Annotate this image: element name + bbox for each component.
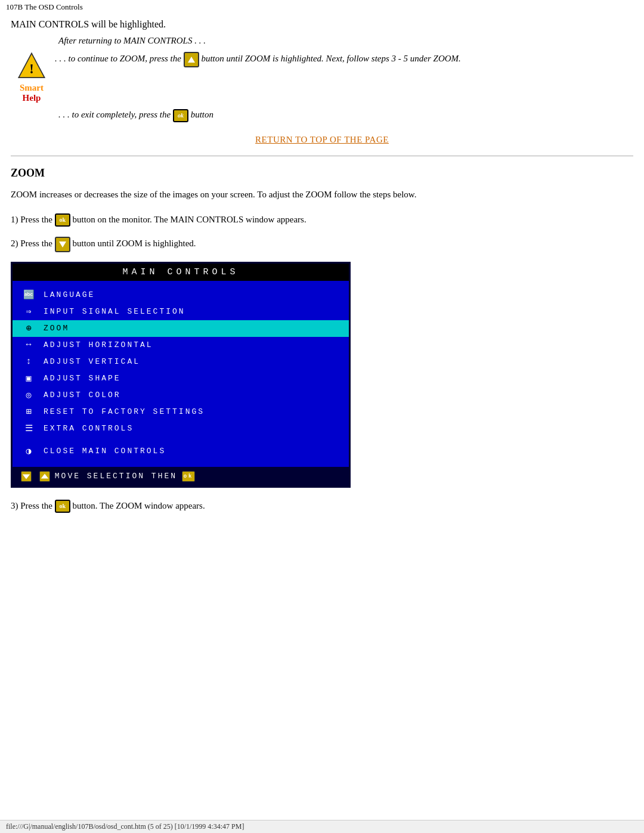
ok-button-inline-exit: ok [173,109,188,122]
step3-post: button. The ZOOM window appears. [73,501,205,510]
ok-button-step1: ok [55,213,70,227]
step3-pre: 3) Press the [11,501,52,510]
highlight-text: MAIN CONTROLS will be highlighted. [11,19,166,29]
return-link-container: RETURN TO TOP OF THE PAGE [11,134,633,145]
osd-ok-btn-bottom: ok [182,471,195,482]
continue-zoom-post: button until ZOOM is highlighted. Next, … [201,54,460,63]
exit-post: button [191,110,213,119]
osd-label-color: ADJUST COLOR [44,391,121,400]
osd-label-vert: ADJUST VERTICAL [44,357,140,366]
help-label: Help [23,93,41,103]
step2-pre: 2) Press the [11,239,52,248]
osd-label-extra: EXTRA CONTROLS [44,424,134,433]
ok-button-step3: ok [55,500,70,513]
warning-icon: ! [16,51,47,82]
osd-icon-close: ◑ [21,445,38,457]
osd-item-color: ◎ ADJUST COLOR [13,387,349,404]
page-content: MAIN CONTROLS will be highlighted. After… [0,14,644,527]
osd-icon-vert: ↕ [21,357,38,367]
smart-help-text-col: . . . to continue to ZOOM, press the but… [55,51,633,67]
osd-icon-extra: ☰ [21,423,38,434]
step-3: 3) Press the ok button. The ZOOM window … [11,498,633,513]
osd-menu: MAIN CONTROLS 🔤 LANGUAGE ⇒ INPUT SIGNAL … [11,262,351,488]
osd-icon-horiz: ↔ [21,340,38,350]
osd-item-extra: ☰ EXTRA CONTROLS [13,420,349,437]
step1-pre: 1) Press the [11,215,52,224]
continue-zoom-pre: . . . to continue to ZOOM, press the [55,54,184,63]
smart-label: Smart [20,83,44,93]
osd-icon-language: 🔤 [21,289,38,301]
svg-marker-5 [41,473,48,478]
osd-icon-shape: ▣ [21,373,38,384]
osd-title-bar: MAIN CONTROLS [13,264,349,281]
svg-marker-4 [23,474,30,479]
osd-icon-zoom: ⊕ [21,323,38,334]
osd-spacer-mid [13,437,349,443]
triangle-down-button [55,237,70,252]
osd-item-zoom: ⊕ ZOOM [13,320,349,337]
svg-text:!: ! [29,61,34,76]
osd-label-input: INPUT SIGNAL SELECTION [44,307,185,316]
osd-item-horiz: ↔ ADJUST HORIZONTAL [13,337,349,354]
osd-bottom-bar: MOVE SELECTION THEN ok [13,467,349,486]
osd-item-reset: ⊞ RESET TO FACTORY SETTINGS [13,404,349,420]
zoom-section: ZOOM ZOOM increases or decreases the siz… [11,167,633,513]
exit-line: . . . to exit completely, press the ok b… [58,109,633,122]
osd-label-language: LANGUAGE [44,290,95,299]
smart-help-block: ! Smart Help . . . to continue to ZOOM, … [11,51,633,103]
osd-icon-input: ⇒ [21,306,38,317]
osd-icon-reset: ⊞ [21,406,38,417]
section-divider [11,156,633,156]
svg-marker-3 [59,241,66,247]
smart-help-icon-col: ! Smart Help [11,51,52,103]
osd-label-reset: RESET TO FACTORY SETTINGS [44,407,205,416]
osd-item-close: ◑ CLOSE MAIN CONTROLS [13,443,349,460]
osd-icon-color: ◎ [21,389,38,401]
zoom-title: ZOOM [11,167,633,179]
osd-item-input: ⇒ INPUT SIGNAL SELECTION [13,304,349,320]
step-1: 1) Press the ok button on the monitor. T… [11,212,633,227]
svg-marker-2 [188,57,195,63]
zoom-description: ZOOM increases or decreases the size of … [11,188,633,202]
step1-post: button on the monitor. The MAIN CONTROLS… [73,215,306,224]
osd-bottom-icons-down [21,471,50,482]
footer-bar: file:///G|/manual/english/107B/osd/osd_c… [0,820,644,833]
osd-label-zoom: ZOOM [44,324,69,333]
top-bar-title: 107B The OSD Controls [6,2,83,11]
step-2: 2) Press the button until ZOOM is highli… [11,236,633,252]
osd-item-language: 🔤 LANGUAGE [13,287,349,304]
footer-text: file:///G|/manual/english/107B/osd/osd_c… [6,822,244,831]
osd-spacer-bot [13,460,349,463]
top-bar: 107B The OSD Controls [0,0,644,14]
osd-label-shape: ADJUST SHAPE [44,374,121,383]
main-controls-highlight: MAIN CONTROLS will be highlighted. [11,19,633,30]
triangle-up-button [184,52,199,67]
after-returning-label: After returning to MAIN CONTROLS . . . [58,36,206,45]
osd-label-horiz: ADJUST HORIZONTAL [44,340,153,349]
exit-pre: . . . to exit completely, press the [58,110,173,119]
osd-menu-title: MAIN CONTROLS [122,267,239,277]
osd-item-shape: ▣ ADJUST SHAPE [13,370,349,387]
step2-post: button until ZOOM is highlighted. [73,239,196,248]
after-returning-text: After returning to MAIN CONTROLS . . . [58,36,633,46]
osd-item-vert: ↕ ADJUST VERTICAL [13,354,349,370]
osd-label-close: CLOSE MAIN CONTROLS [44,447,166,456]
osd-spacer-top [13,281,349,287]
osd-bottom-text: MOVE SELECTION THEN [55,472,177,481]
return-to-top-link[interactable]: RETURN TO TOP OF THE PAGE [255,135,389,144]
